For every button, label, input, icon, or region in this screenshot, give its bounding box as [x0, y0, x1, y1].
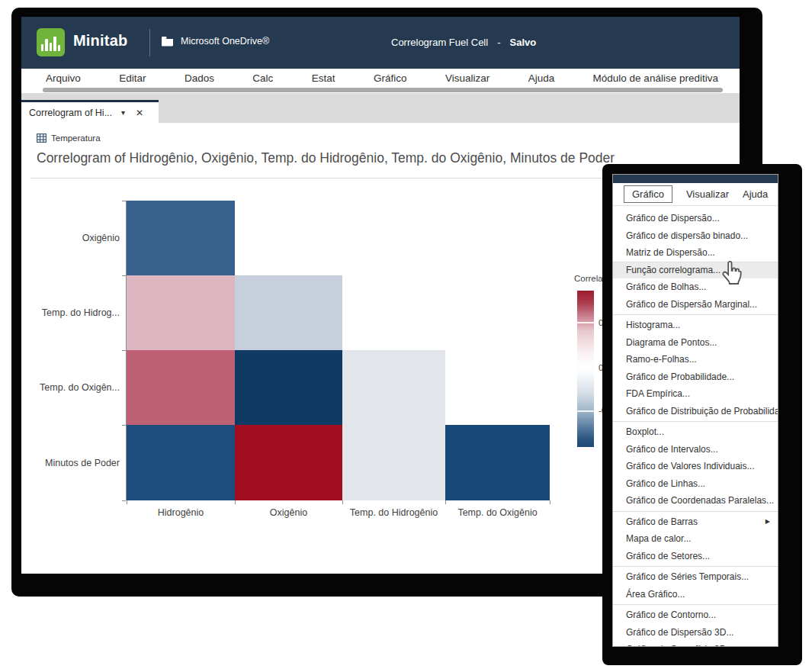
- y-axis-label: Temp. do Oxigên...: [40, 382, 120, 393]
- x-axis-tick: [342, 500, 343, 504]
- x-axis-label: Hidrogênio: [158, 507, 204, 518]
- panel-header-strip: [613, 175, 778, 183]
- menu-item-grafico-de-probabilidade[interactable]: Gráfico de Probabilidade...: [613, 368, 778, 386]
- correlogram-cell[interactable]: [127, 425, 235, 500]
- correlogram-cell[interactable]: [445, 425, 550, 500]
- menu-item-grafico-de-coordenadas-paralelas[interactable]: Gráfico de Coordenadas Paralelas...: [613, 492, 778, 510]
- menu-item-grafico-de-linhas[interactable]: Gráfico de Linhas...: [613, 475, 778, 493]
- minitab-logo-icon: [37, 28, 65, 56]
- main-menubar: ArquivoEditarDadosCalcEstatGráficoVisual…: [21, 69, 740, 87]
- menu-item-matriz-de-dispersao[interactable]: Matriz de Dispersão...: [613, 244, 778, 262]
- panel-menubar: GráficoVisualizarAjuda: [613, 183, 778, 206]
- menu-item-fda-empirica[interactable]: FDA Empírica...: [613, 385, 778, 403]
- menubar-item-arquivo[interactable]: Arquivo: [46, 72, 81, 84]
- menu-item-mapa-de-calor[interactable]: Mapa de calor...: [613, 530, 778, 548]
- menubar-item-grafico[interactable]: Gráfico: [374, 72, 407, 84]
- menu-item-area-grafico[interactable]: Área Gráfico...: [613, 586, 778, 603]
- header-divider: [149, 29, 150, 56]
- tab-correlogram[interactable]: Correlogram of Hi... ▾ ✕: [21, 100, 159, 123]
- menu-separator: [613, 604, 778, 605]
- document-title: Correlogram Fuel Cell: [391, 37, 488, 48]
- menu-item-grafico-de-superficie-3d[interactable]: Gráfico de Superfície 3D...: [613, 641, 778, 647]
- menu-item-boxplot[interactable]: Boxplot...: [613, 423, 778, 441]
- menu-item-grafico-de-valores-individuais[interactable]: Gráfico de Valores Individuais...: [613, 458, 778, 475]
- correlogram-cell[interactable]: [235, 425, 342, 500]
- menu-item-grafico-de-distribuicao-de-probabilidade[interactable]: Gráfico de Distribuição de Probabilidade…: [613, 403, 778, 420]
- grafico-menu-list: Gráfico de Dispersão...Gráfico de disper…: [613, 206, 778, 647]
- document-title-group: Correlogram Fuel Cell - Salvo: [391, 37, 536, 48]
- menu-item-diagrama-de-pontos[interactable]: Diagrama de Pontos...: [613, 334, 778, 352]
- correlogram-cell[interactable]: [342, 350, 445, 425]
- y-axis-tick: [122, 425, 126, 426]
- grafico-menu-panel: GráficoVisualizarAjuda Gráfico de Disper…: [612, 174, 778, 647]
- x-axis-tick: [550, 500, 550, 504]
- storage-label: Microsoft OneDrive®: [181, 36, 269, 47]
- y-axis-label: Temp. do Hidrog...: [42, 307, 120, 318]
- menubar-item-visualizar[interactable]: Visualizar: [445, 72, 489, 84]
- menubar-item-modulo-de-analise-preditiva[interactable]: Módulo de análise preditiva: [593, 72, 718, 84]
- x-axis-label: Oxigênio: [270, 507, 307, 518]
- menu-item-grafico-de-dispersao-binado[interactable]: Gráfico de dispersão binado...: [613, 227, 778, 245]
- menu-item-grafico-de-contorno[interactable]: Gráfico de Contorno...: [613, 606, 778, 624]
- graph-title: Correlogram of Hidrogênio, Oxigênio, Tem…: [37, 150, 615, 166]
- horizontal-scrollbar-thumb[interactable]: [43, 88, 723, 92]
- menu-item-grafico-de-dispersao-3d[interactable]: Gráfico de Dispersão 3D...: [613, 624, 778, 642]
- y-axis-tick: [122, 350, 126, 351]
- menu-item-grafico-de-dispersao-marginal[interactable]: Gráfico de Dispersão Marginal...: [613, 296, 778, 314]
- menu-item-funcao-correlograma[interactable]: Função correlograma...: [613, 262, 778, 279]
- app-header: Minitab Microsoft OneDrive® Correlogram …: [21, 17, 740, 69]
- legend-gradient-bar: [577, 291, 594, 447]
- menu-separator: [613, 314, 778, 315]
- hand-cursor-icon: [721, 260, 744, 286]
- correlogram-cell[interactable]: [127, 275, 235, 350]
- y-axis-tick: [122, 500, 126, 501]
- x-axis-label: Temp. do Oxigênio: [457, 507, 537, 518]
- menu-item-grafico-de-series-temporais[interactable]: Gráfico de Séries Temporais...: [613, 568, 778, 586]
- worksheet-name: Temperatura: [51, 133, 101, 143]
- panel-menu-visualizar[interactable]: Visualizar: [686, 188, 729, 200]
- menu-separator: [613, 511, 778, 512]
- tab-caret-icon[interactable]: ▾: [121, 108, 125, 117]
- y-axis-label: Minutos de Poder: [45, 458, 120, 468]
- menubar-scroll-track: [21, 87, 740, 93]
- menu-separator: [613, 566, 778, 567]
- output-tabbar: Correlogram of Hi... ▾ ✕: [21, 93, 740, 123]
- menu-panel-shadow: GráficoVisualizarAjuda Gráfico de Disper…: [602, 164, 802, 665]
- y-axis-tick: [122, 201, 126, 201]
- legend-title: Correlat: [574, 274, 605, 283]
- title-separator: -: [497, 37, 500, 48]
- x-axis-tick: [235, 500, 236, 504]
- menubar-item-estat[interactable]: Estat: [312, 72, 335, 84]
- y-axis-label: Oxigênio: [82, 233, 120, 243]
- correlogram-cell[interactable]: [342, 425, 445, 500]
- submenu-arrow-icon: ▶: [765, 513, 770, 531]
- menubar-item-editar[interactable]: Editar: [119, 72, 146, 84]
- app-name: Minitab: [73, 32, 127, 50]
- correlogram-cell[interactable]: [127, 350, 235, 425]
- menu-item-grafico-de-bolhas[interactable]: Gráfico de Bolhas...: [613, 278, 778, 296]
- folder-icon: [161, 36, 174, 47]
- x-axis-tick: [445, 500, 446, 504]
- menubar-item-ajuda[interactable]: Ajuda: [528, 72, 555, 84]
- storage-provider[interactable]: Microsoft OneDrive®: [161, 36, 269, 47]
- correlogram-cell[interactable]: [127, 201, 235, 275]
- panel-menu-ajuda[interactable]: Ajuda: [743, 188, 768, 200]
- menu-item-grafico-de-barras[interactable]: Gráfico de Barras▶: [613, 513, 778, 531]
- menubar-item-calc[interactable]: Calc: [252, 72, 273, 84]
- worksheet-grid-icon: [37, 133, 47, 143]
- menu-separator: [613, 421, 778, 422]
- tab-close-icon[interactable]: ✕: [136, 108, 143, 118]
- correlogram-plot: OxigênioTemp. do Hidrog...Temp. do Oxigê…: [126, 201, 549, 500]
- menu-item-ramo-e-folhas[interactable]: Ramo-e-Folhas...: [613, 351, 778, 368]
- menubar-item-dados[interactable]: Dados: [185, 72, 214, 84]
- menu-item-histograma[interactable]: Histograma...: [613, 317, 778, 334]
- menu-item-grafico-de-dispersao[interactable]: Gráfico de Dispersão...: [613, 210, 778, 227]
- correlogram-cell[interactable]: [235, 350, 342, 425]
- screenshot-stage: Minitab Microsoft OneDrive® Correlogram …: [0, 0, 812, 669]
- menu-item-grafico-de-setores[interactable]: Gráfico de Setores...: [613, 548, 778, 565]
- menu-item-grafico-de-intervalos[interactable]: Gráfico de Intervalos...: [613, 441, 778, 458]
- save-status: Salvo: [510, 37, 537, 48]
- worksheet-row[interactable]: Temperatura: [37, 133, 101, 143]
- correlogram-cell[interactable]: [235, 275, 342, 350]
- panel-menu-grafico[interactable]: Gráfico: [624, 185, 672, 203]
